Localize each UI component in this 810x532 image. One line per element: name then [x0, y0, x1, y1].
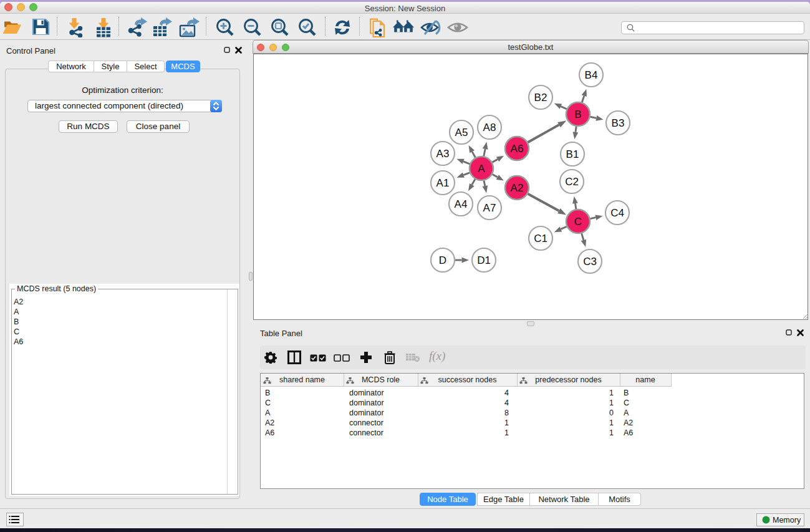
svg-text:A6: A6 — [511, 143, 524, 155]
svg-text:B1: B1 — [566, 148, 579, 160]
svg-text:C4: C4 — [610, 207, 624, 219]
svg-text:A5: A5 — [455, 127, 468, 138]
svg-text:A1: A1 — [436, 177, 450, 189]
svg-text:B3: B3 — [612, 117, 625, 129]
svg-text:A4: A4 — [455, 198, 468, 210]
svg-text:A2: A2 — [511, 182, 524, 194]
svg-text:B: B — [574, 109, 581, 120]
svg-text:A3: A3 — [436, 148, 450, 160]
svg-text:C: C — [574, 216, 582, 228]
svg-text:A8: A8 — [483, 122, 496, 133]
svg-text:C2: C2 — [565, 176, 579, 188]
svg-text:C3: C3 — [583, 256, 597, 268]
svg-text:B4: B4 — [585, 69, 598, 81]
svg-text:D1: D1 — [477, 254, 491, 266]
svg-text:A7: A7 — [483, 202, 496, 214]
svg-text:D: D — [439, 254, 446, 266]
svg-text:C1: C1 — [534, 233, 547, 244]
svg-text:A: A — [478, 163, 485, 175]
svg-text:B2: B2 — [534, 92, 547, 104]
